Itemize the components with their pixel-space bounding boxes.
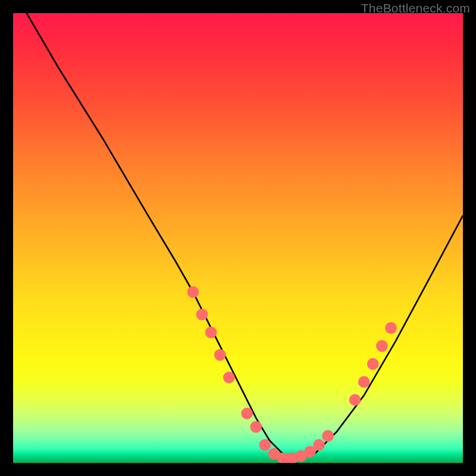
plot-background-gradient [13, 13, 463, 463]
chart-frame: TheBottleneck.com [0, 0, 476, 476]
watermark-text: TheBottleneck.com [361, 1, 470, 15]
